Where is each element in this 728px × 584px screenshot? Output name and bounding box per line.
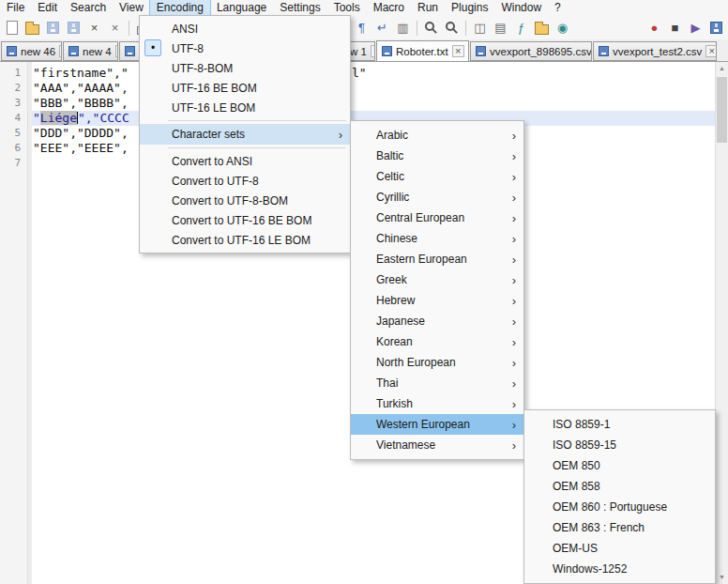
line-number: 2: [14, 81, 21, 96]
magnifier-icon: [425, 22, 434, 31]
document-map-icon[interactable]: ◫: [471, 19, 489, 37]
tab-new-46[interactable]: new 46 ×: [1, 41, 62, 61]
menu-language[interactable]: Language: [210, 0, 273, 16]
menu-item-iso-8859-15[interactable]: ISO 8859-15: [524, 435, 715, 455]
menu-item-chinese[interactable]: Chinese›: [351, 228, 523, 249]
tab-close-icon[interactable]: ×: [371, 45, 375, 57]
menu-item-utf-8[interactable]: • UTF-8: [140, 38, 350, 58]
menu-encoding[interactable]: Encoding: [150, 0, 210, 16]
tab-close-icon[interactable]: ×: [452, 45, 464, 57]
menu-item-iso-8859-1[interactable]: ISO 8859-1: [524, 414, 715, 435]
radio-checked-icon: •: [144, 39, 161, 56]
saved-file-icon: [476, 46, 486, 56]
menu-separator: [168, 120, 346, 121]
menu-item-utf-16-be-bom[interactable]: UTF-16 BE BOM: [140, 78, 350, 98]
floppy-icon: [47, 22, 59, 34]
save-icon[interactable]: [44, 19, 62, 37]
submenu-arrow-icon: ›: [512, 232, 516, 246]
scrollbar-thumb[interactable]: [717, 77, 727, 143]
menu-item-convert-to-ansi[interactable]: Convert to ANSI: [140, 151, 350, 171]
menu-item-turkish[interactable]: Turkish›: [351, 393, 523, 414]
fold-margin: [28, 62, 32, 584]
folder-as-workspace-icon[interactable]: [533, 19, 551, 37]
indent-guide-icon[interactable]: ▥: [394, 19, 412, 37]
scroll-down-icon[interactable]: ▼: [716, 571, 728, 584]
document-list-icon[interactable]: ▤: [492, 19, 509, 37]
menu-run[interactable]: Run: [411, 0, 445, 16]
saved-file-icon: [7, 46, 17, 56]
tab-close-icon[interactable]: ×: [705, 45, 717, 57]
new-file-icon[interactable]: [3, 19, 21, 37]
line-number-margin: 1 2 3 4 5 6 7: [0, 62, 28, 584]
menu-settings[interactable]: Settings: [273, 0, 326, 16]
monitoring-icon[interactable]: ◉: [554, 19, 571, 37]
show-all-characters-icon[interactable]: ¶: [353, 19, 371, 37]
play-macro-icon[interactable]: ▶: [687, 19, 705, 37]
menu-macro[interactable]: Macro: [367, 0, 411, 16]
stop-macro-icon[interactable]: ■: [666, 19, 684, 37]
menu-item-convert-to-utf-8[interactable]: Convert to UTF-8: [140, 171, 350, 191]
tab-vvexport-898695-csv[interactable]: vvexport_898695.csv ×: [470, 41, 592, 61]
close-all-icon[interactable]: ×: [106, 19, 124, 37]
menu-item-oem-850[interactable]: OEM 850: [524, 455, 715, 476]
submenu-arrow-icon: ›: [512, 149, 516, 163]
menu-item-windows-1252[interactable]: Windows-1252: [524, 559, 715, 579]
menu-item-eastern-european[interactable]: Eastern European›: [351, 249, 523, 269]
menu-file[interactable]: File: [0, 0, 31, 16]
save-all-icon[interactable]: [65, 19, 83, 37]
menu-item-greek[interactable]: Greek›: [351, 269, 523, 290]
menu-edit[interactable]: Edit: [31, 0, 64, 16]
menu-item-oem-860-portuguese[interactable]: OEM 860 : Portuguese: [524, 497, 715, 517]
menu-item-arabic[interactable]: Arabic›: [351, 125, 523, 146]
menu-item-korean[interactable]: Korean›: [351, 331, 523, 352]
save-macro-icon[interactable]: [707, 19, 725, 37]
record-macro-icon[interactable]: ●: [645, 19, 663, 37]
menu-help[interactable]: ?: [548, 0, 568, 16]
word-wrap-icon[interactable]: ↵: [373, 19, 391, 37]
saved-file-icon: [68, 46, 79, 56]
line-number: 6: [14, 141, 21, 156]
tab-label: Roboter.txt: [396, 46, 448, 57]
menu-item-character-sets[interactable]: Character sets ›: [140, 124, 350, 145]
menu-item-thai[interactable]: Thai›: [351, 373, 523, 393]
menu-item-oem-us[interactable]: OEM-US: [524, 538, 715, 559]
menu-view[interactable]: View: [113, 0, 150, 16]
tab-vvexport-test2-csv[interactable]: vvexport_test2.csv ×: [593, 41, 717, 61]
menu-item-central-european[interactable]: Central European›: [351, 207, 523, 228]
tab-roboter-txt[interactable]: Roboter.txt ×: [376, 40, 469, 62]
menu-plugins[interactable]: Plugins: [445, 0, 494, 16]
menu-item-utf-16-le-bom[interactable]: UTF-16 LE BOM: [140, 98, 350, 117]
menu-search[interactable]: Search: [64, 0, 113, 16]
menu-item-convert-to-utf-8-bom[interactable]: Convert to UTF-8-BOM: [140, 191, 350, 210]
function-list-icon[interactable]: ƒ: [512, 19, 530, 37]
zoom-out-icon[interactable]: [443, 19, 461, 37]
toolbar: × × ✂ ¶ ↵ ▥ ◫ ▤ ƒ ◉ ● ■ ▶ ≫: [0, 16, 728, 39]
zoom-in-icon[interactable]: [422, 19, 440, 37]
submenu-arrow-icon: ›: [512, 170, 516, 184]
open-file-icon[interactable]: [23, 19, 41, 37]
menu-item-cyrillic[interactable]: Cyrillic›: [351, 187, 523, 207]
menu-window[interactable]: Window: [494, 0, 548, 16]
menu-item-oem-863-french[interactable]: OEM 863 : French: [524, 517, 715, 538]
menu-tools[interactable]: Tools: [327, 0, 367, 16]
vertical-scrollbar[interactable]: ▲ ▼: [715, 62, 728, 584]
menu-item-vietnamese[interactable]: Vietnamese›: [351, 435, 523, 455]
menu-item-convert-to-utf-16-be-bom[interactable]: Convert to UTF-16 BE BOM: [140, 210, 350, 230]
close-icon[interactable]: ×: [85, 19, 103, 37]
menu-item-oem-858[interactable]: OEM 858: [524, 476, 715, 497]
menu-item-convert-to-utf-16-le-bom[interactable]: Convert to UTF-16 LE BOM: [140, 230, 350, 250]
scroll-up-icon[interactable]: ▲: [716, 62, 728, 75]
menu-item-japanese[interactable]: Japanese›: [351, 311, 523, 331]
tab-new-4[interactable]: new 4 ×: [63, 41, 118, 61]
menu-item-hebrew[interactable]: Hebrew›: [351, 290, 523, 311]
toolbar-separator: [417, 21, 417, 36]
tab-close-icon[interactable]: ×: [59, 45, 62, 57]
menu-item-utf-8-bom[interactable]: UTF-8-BOM: [140, 58, 350, 78]
menu-item-north-european[interactable]: North European›: [351, 352, 523, 373]
tab-close-icon[interactable]: ×: [115, 45, 118, 57]
menu-item-western-european[interactable]: Western European›: [351, 414, 523, 435]
menu-item-baltic[interactable]: Baltic›: [351, 146, 523, 166]
submenu-arrow-icon: ›: [512, 418, 516, 432]
menu-item-ansi[interactable]: ANSI: [140, 19, 350, 38]
menu-item-celtic[interactable]: Celtic›: [351, 166, 523, 187]
